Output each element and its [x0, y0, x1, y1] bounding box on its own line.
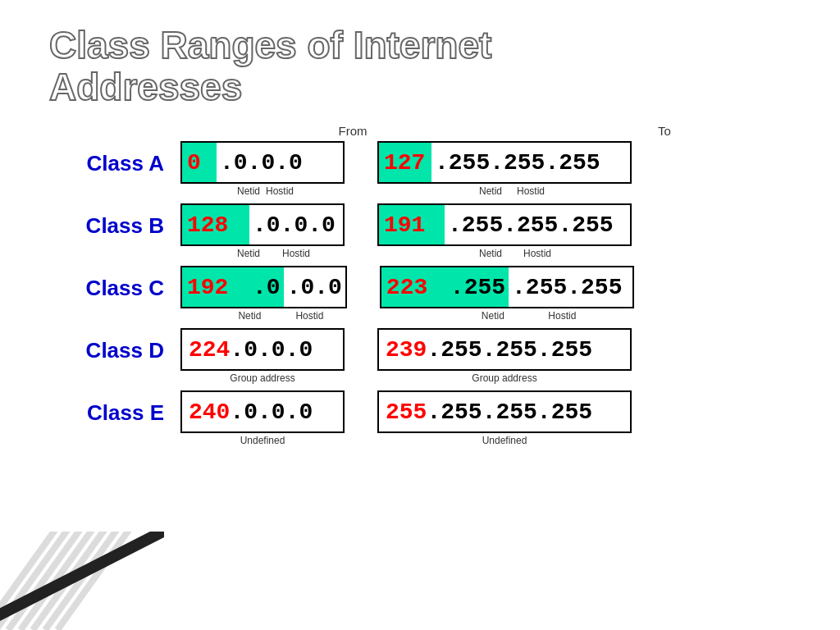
class-e-to: 255.255.255.255 Undefined — [377, 390, 632, 446]
class-c-to-box: 223 .255 .255.255 — [380, 266, 634, 308]
class-b-to: 191 .255.255.255 Netid Hostid — [377, 203, 632, 259]
class-b-from-box: 128 .0.0.0 — [180, 203, 345, 246]
class-c-from-netid-label: Netid — [203, 310, 295, 322]
column-headers: From To — [246, 124, 791, 138]
class-b-row: Class B 128 .0.0.0 Netid Hostid — [49, 203, 791, 259]
class-c-to-netid: 223 — [381, 267, 447, 307]
class-d-label: Class D — [49, 328, 180, 363]
class-c-label: Class C — [49, 266, 180, 301]
class-c-from-hostid-label: Hostid — [295, 310, 323, 322]
slide: Class Ranges of Internet Addresses From … — [0, 0, 840, 630]
class-e-row: Class E 240.0.0.0 Undefined 255.255.255.… — [49, 390, 791, 446]
class-c-from-netid2: .0 — [249, 267, 284, 307]
class-b-to-hostid: .255.255.255 — [445, 205, 630, 244]
class-d-row: Class D 224.0.0.0 Group address 239.255.… — [49, 328, 791, 384]
class-d-from-label: Group address — [230, 372, 294, 384]
class-a-to-netid-label: Netid — [464, 185, 517, 197]
class-b-from-sublabels: Netid Hostid — [215, 248, 310, 259]
class-b-to-box: 191 .255.255.255 — [377, 203, 632, 246]
class-d-to-rest: .255.255.255 — [427, 337, 592, 363]
class-a-to-hostid: .255.255.255 — [431, 143, 630, 182]
class-a-to: 127 .255.255.255 Netid Hostid — [377, 141, 632, 197]
class-b-to-hostid-label: Hostid — [523, 248, 551, 259]
to-header: To — [541, 124, 788, 138]
class-a-from: 0 .0.0.0 Netid Hostid — [180, 141, 345, 197]
class-b-from: 128 .0.0.0 Netid Hostid — [180, 203, 345, 259]
class-c-to-netid2: .255 — [447, 267, 509, 307]
class-c-to-sublabels: Netid Hostid — [437, 310, 576, 322]
class-d-to-box: 239.255.255.255 — [377, 328, 632, 371]
class-e-from-label: Undefined — [240, 435, 285, 446]
class-c-from: 192 .0 .0.0 Netid Hostid — [180, 266, 347, 322]
svg-line-5 — [45, 532, 127, 630]
class-e-from-rest: .0.0.0 — [230, 399, 313, 425]
svg-line-6 — [57, 532, 139, 630]
class-a-from-hostid: .0.0.0 — [217, 143, 306, 182]
class-d-to-label: Group address — [472, 372, 536, 384]
svg-line-0 — [0, 532, 66, 630]
class-c-row: Class C 192 .0 .0.0 Netid Hostid — [49, 266, 791, 322]
class-c-from-sublabels: Netid Hostid — [203, 310, 323, 322]
class-e-from: 240.0.0.0 Undefined — [180, 390, 345, 446]
class-e-from-netid: 240 — [189, 399, 230, 425]
class-c-to-hostid: .255.255 — [509, 267, 632, 307]
class-b-to-netid: 191 — [379, 205, 445, 244]
class-b-from-hostid: .0.0.0 — [249, 205, 339, 244]
class-e-to-netid: 255 — [386, 399, 427, 425]
class-a-to-netid: 127 — [379, 143, 431, 182]
class-a-from-netid-label: Netid — [231, 185, 266, 197]
class-a-to-hostid-label: Hostid — [517, 185, 545, 197]
class-b-from-netid: 128 — [182, 205, 249, 244]
class-a-to-box: 127 .255.255.255 — [377, 141, 632, 184]
class-a-to-sublabels: Netid Hostid — [464, 185, 545, 197]
class-d-from-rest: .0.0.0 — [230, 337, 313, 363]
svg-rect-7 — [0, 532, 164, 625]
class-d-from: 224.0.0.0 Group address — [180, 328, 345, 384]
class-b-from-hostid-label: Hostid — [282, 248, 310, 259]
class-d-to: 239.255.255.255 Group address — [377, 328, 632, 384]
class-d-from-box: 224.0.0.0 — [180, 328, 345, 371]
class-e-from-box: 240.0.0.0 — [180, 390, 345, 433]
class-a-from-netid: 0 — [182, 143, 217, 182]
svg-line-4 — [33, 532, 115, 630]
class-e-label: Class E — [49, 390, 180, 426]
class-c-to-hostid-label: Hostid — [548, 310, 576, 322]
class-b-to-netid-label: Netid — [458, 248, 523, 259]
class-a-from-box: 0 .0.0.0 — [180, 141, 345, 184]
class-c-to: 223 .255 .255.255 Netid Hostid — [380, 266, 634, 322]
class-a-from-hostid-label: Hostid — [266, 185, 294, 197]
slide-title: Class Ranges of Internet Addresses — [49, 25, 791, 107]
class-b-to-sublabels: Netid Hostid — [458, 248, 551, 259]
main-content: From To Class A 0 .0.0.0 Netid Hostid — [49, 124, 791, 453]
class-e-to-box: 255.255.255.255 — [377, 390, 632, 433]
class-d-to-netid: 239 — [386, 337, 427, 363]
class-a-from-sublabels: Netid Hostid — [231, 185, 294, 197]
class-c-from-hostid: .0.0 — [284, 267, 345, 307]
class-c-to-netid-label: Netid — [437, 310, 548, 322]
class-d-from-netid: 224 — [189, 337, 230, 363]
class-a-row: Class A 0 .0.0.0 Netid Hostid — [49, 141, 791, 197]
class-b-from-netid-label: Netid — [215, 248, 282, 259]
class-b-label: Class B — [49, 203, 180, 239]
class-e-to-rest: .255.255.255 — [427, 399, 592, 425]
decoration — [0, 532, 164, 630]
class-a-label: Class A — [49, 141, 180, 176]
class-e-to-label: Undefined — [482, 435, 527, 446]
svg-line-3 — [21, 532, 103, 630]
svg-line-2 — [8, 532, 90, 630]
svg-line-1 — [0, 532, 78, 630]
class-c-from-netid: 192 — [182, 267, 249, 307]
class-c-from-box: 192 .0 .0.0 — [180, 266, 347, 308]
from-header: From — [246, 124, 459, 138]
